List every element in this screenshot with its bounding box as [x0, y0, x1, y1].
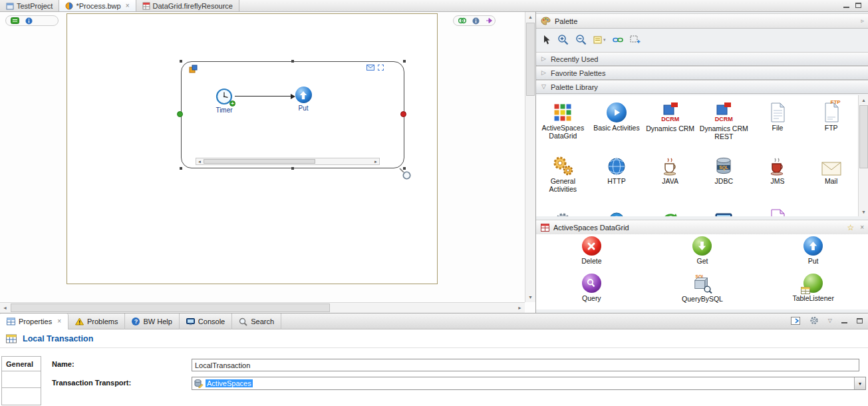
- scrollbar-thumb[interactable]: [11, 304, 330, 312]
- close-icon[interactable]: ×: [57, 318, 61, 325]
- select-tool-icon[interactable]: [543, 33, 551, 46]
- palette-item-delete[interactable]: Delete: [536, 236, 647, 274]
- process-editor-canvas[interactable]: + Timer Put ◄ ► ▲ ▼ ◄: [0, 12, 535, 313]
- scroll-up-button[interactable]: ▲: [525, 12, 535, 22]
- ftp-icon: FTP: [823, 99, 839, 122]
- tab-console[interactable]: Console: [180, 313, 232, 329]
- tab-label: *Process.bwp: [76, 2, 120, 10]
- tab-problems[interactable]: Problems: [69, 313, 125, 329]
- maximize-icon[interactable]: [855, 3, 861, 8]
- palette-item-jdbc[interactable]: SQL JDBC: [697, 150, 751, 204]
- query-icon: [582, 274, 601, 293]
- name-input[interactable]: LocalTransaction: [192, 359, 859, 371]
- forward-arrow-icon[interactable]: [486, 17, 493, 24]
- scrollbar-thumb[interactable]: [526, 23, 535, 96]
- scope-horizontal-scrollbar[interactable]: ◄ ►: [196, 158, 380, 165]
- marquee-tool-icon[interactable]: [630, 33, 641, 46]
- palette-item-get[interactable]: Get: [647, 236, 758, 274]
- chevron-down-icon[interactable]: ▾: [854, 377, 865, 389]
- palette-item-tcp[interactable]: TCP: [697, 204, 751, 216]
- panel-menu-icon[interactable]: ▹: [861, 18, 864, 24]
- scroll-down-button[interactable]: ▼: [859, 207, 868, 216]
- palette-item-activespaces-datagrid[interactable]: ActiveSpaces DataGrid: [536, 97, 590, 150]
- close-icon[interactable]: ×: [860, 224, 864, 231]
- palette-item-tablelistener[interactable]: TableListener: [758, 274, 868, 309]
- palette-section-palette-library[interactable]: ▽ Palette Library: [536, 80, 868, 94]
- editor-horizontal-scrollbar[interactable]: ◄ ►: [0, 302, 525, 313]
- collaboration-icon[interactable]: [458, 17, 466, 24]
- pin-view-icon[interactable]: [809, 316, 819, 325]
- palette-item-parse[interactable]: Parse: [536, 204, 590, 216]
- selection-handle[interactable]: [180, 60, 182, 63]
- tab-search[interactable]: Search: [232, 313, 281, 329]
- palette-item-dynamics-crm[interactable]: DCRM Dynamics CRM: [643, 97, 697, 150]
- palette-item-restjson[interactable]: RESTJSON: [643, 204, 697, 216]
- scrollbar-track[interactable]: [203, 158, 372, 164]
- collapsed-arrow-icon: ▷: [541, 56, 546, 62]
- scroll-right-button[interactable]: ►: [372, 158, 379, 164]
- palette-item-java[interactable]: JAVA: [643, 150, 697, 204]
- palette-section-favorite-palettes[interactable]: ▷ Favorite Palettes: [536, 66, 868, 80]
- palette-item-query[interactable]: Query: [536, 274, 647, 309]
- error-port[interactable]: [400, 111, 406, 117]
- scroll-right-button[interactable]: ►: [515, 303, 525, 313]
- minimize-view-icon[interactable]: [841, 318, 847, 323]
- palette-title: Palette: [555, 17, 577, 25]
- palette-item-querybysql[interactable]: SQL QueryBySQL: [647, 274, 758, 309]
- timer-activity-node[interactable]: + Timer: [204, 88, 244, 114]
- nav-general[interactable]: General: [2, 357, 41, 371]
- selection-handle[interactable]: [291, 167, 294, 170]
- scrollbar-thumb[interactable]: [204, 159, 315, 164]
- maximize-view-icon[interactable]: [857, 318, 863, 323]
- selection-handle[interactable]: [291, 60, 294, 63]
- zoom-out-icon[interactable]: [575, 33, 587, 46]
- zoom-handle-icon[interactable]: [399, 168, 411, 180]
- palette-item-general-activities[interactable]: General Activities: [536, 150, 590, 204]
- scroll-left-button[interactable]: ◄: [0, 303, 10, 313]
- note-tool-icon[interactable]: ▾: [593, 33, 606, 46]
- zoom-in-icon[interactable]: [557, 33, 569, 46]
- open-editor-icon[interactable]: [791, 317, 800, 325]
- palette-item-ftp[interactable]: FTP FTP: [804, 97, 858, 150]
- tab-bw-help[interactable]: ? BW Help: [125, 313, 179, 329]
- close-icon[interactable]: ×: [126, 3, 130, 9]
- input-port[interactable]: [177, 111, 183, 117]
- scope-box-icon[interactable]: [378, 65, 384, 71]
- palette-item-file[interactable]: File: [751, 97, 805, 150]
- selection-handle[interactable]: [403, 60, 406, 63]
- tab-properties[interactable]: Properties ×: [0, 313, 69, 329]
- put-activity-node[interactable]: Put: [283, 87, 323, 112]
- palette-vertical-scrollbar[interactable]: ▲ ▼: [858, 95, 868, 216]
- selection-handle[interactable]: [180, 167, 182, 170]
- scroll-up-button[interactable]: ▲: [859, 95, 868, 104]
- palette-section-recently-used[interactable]: ▷ Recently Used: [536, 52, 868, 66]
- palette-item-mail[interactable]: Mail: [804, 150, 858, 204]
- tab-testproject[interactable]: TestProject: [0, 0, 59, 11]
- view-menu-icon[interactable]: ▽: [828, 318, 832, 323]
- scrollbar-thumb[interactable]: [859, 105, 868, 168]
- event-handler-icon[interactable]: [366, 65, 374, 71]
- link-tool-icon[interactable]: [613, 33, 623, 46]
- palette-header[interactable]: Palette ▹: [536, 13, 868, 29]
- palette-item-http[interactable]: HTTP: [590, 150, 644, 204]
- transaction-transport-combo[interactable]: ActiveSpaces ▾: [192, 377, 866, 390]
- palette-item-rest[interactable]: Rest: [590, 204, 644, 216]
- palette-item-jms[interactable]: JMS: [751, 150, 805, 204]
- palette-item-basic-activities[interactable]: Basic Activities: [590, 97, 644, 150]
- datagrid-palette-header[interactable]: ActiveSpaces DataGrid ☆ ×: [536, 220, 868, 235]
- navigate-up-icon[interactable]: [11, 17, 19, 24]
- canvas-info-icon[interactable]: [472, 17, 480, 25]
- scroll-down-button[interactable]: ▼: [525, 292, 535, 302]
- info-icon[interactable]: [25, 17, 33, 25]
- palette-item-xml[interactable]: XML: [751, 204, 805, 216]
- palette-item-dynamics-crm-rest[interactable]: DCRM Dynamics CRM REST: [697, 97, 751, 150]
- tab-process-bwp[interactable]: *Process.bwp ×: [59, 0, 136, 11]
- favorite-star-icon[interactable]: ☆: [847, 223, 854, 232]
- minimize-icon[interactable]: [843, 3, 849, 8]
- tab-datagrid-resource[interactable]: DataGrid.fireflyResource: [136, 0, 239, 11]
- canvas-toolbar-right: [453, 15, 496, 26]
- process-scope-border[interactable]: [181, 61, 404, 168]
- palette-item-put[interactable]: Put: [758, 236, 868, 274]
- editor-vertical-scrollbar[interactable]: ▲ ▼: [525, 12, 535, 302]
- scroll-left-button[interactable]: ◄: [196, 158, 203, 164]
